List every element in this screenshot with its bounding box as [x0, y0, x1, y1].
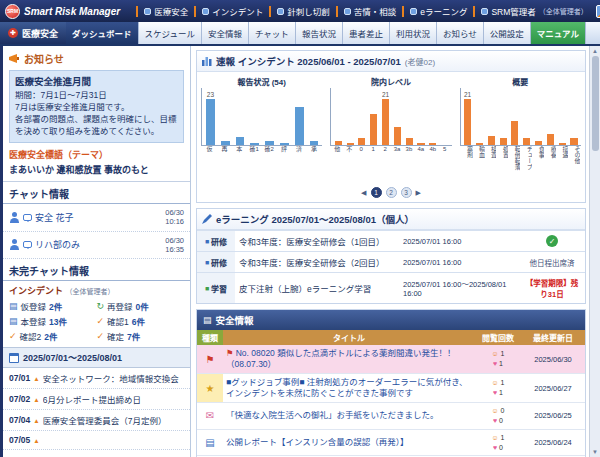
tab-patient-hold[interactable]: 患者差止 [343, 22, 390, 44]
chart-column [403, 88, 415, 145]
axis-label: 食事 [532, 146, 544, 184]
chat-user-name[interactable]: 安全 花子 [35, 211, 162, 224]
topbar: SRM Smart Risk Manager 医療安全インシデント針刺し切創苦情… [0, 0, 600, 22]
schedule-title[interactable]: 安全ネットワーク：地域情報交換会 [43, 372, 184, 384]
tab-usage[interactable]: 利用状況 [390, 22, 437, 44]
safety-info-link[interactable]: ■グッドジョブ事例■ 注射剤処方のオーダーエラーに気が付き、インシデントを未然に… [226, 377, 468, 398]
schedule-item: 07/05▲ [3, 431, 190, 450]
tab-manual[interactable]: マニュアル [531, 22, 586, 44]
chart-column [497, 88, 509, 145]
count-label: 再登録 [107, 300, 133, 312]
unfinished-count-item[interactable]: ▤仮登録2件 [9, 300, 97, 312]
top-menu-item-elearning[interactable]: eラーニング [410, 5, 467, 17]
flash-report-header: 速報 インシデント 2025/06/01 - 2025/07/01 (老健02) [197, 51, 585, 72]
pencil-icon [202, 214, 212, 224]
chat-item[interactable]: 安全 花子06/3010:16 [3, 204, 190, 232]
top-menu-item-complaint[interactable]: 苦情・相談 [344, 5, 397, 17]
bar-chart-icon [202, 56, 212, 66]
scroll-up-icon[interactable]: ▲ [592, 46, 598, 56]
scrollbar-thumb[interactable] [592, 56, 599, 151]
type-label: 研修 [211, 257, 227, 268]
chart-bar [310, 141, 319, 145]
chart-column [344, 88, 356, 145]
elearning-title: eラーニング 2025/07/01～2025/08/01（個人） [216, 212, 414, 226]
tab-chat[interactable]: チャット [249, 22, 296, 44]
chat-date: 06/30 [165, 208, 184, 217]
axis-label: 転倒転落 [508, 146, 520, 184]
safety-info-link[interactable]: No. 08020 類似した点滴ボトルによる薬剤間違い発生！！（08.07.30… [226, 348, 455, 369]
main-scrollbar[interactable]: ▲ ▼ [589, 46, 600, 457]
axis-label: 薬剤 [461, 146, 473, 184]
pager-next-icon[interactable]: ▶ [416, 189, 421, 197]
safety-info-link[interactable]: 公開レポート【インスリン含量の誤認（再発）】 [226, 437, 409, 447]
chart-bar [476, 143, 483, 145]
column-header: 最終更新日 [521, 330, 585, 345]
check-icon: ✓ [97, 332, 105, 341]
tab-schedule[interactable]: スケジュール [139, 22, 202, 44]
chart-bar [535, 141, 542, 145]
axis-label: 承 [306, 146, 321, 153]
notice-box: 医療安全推進月間 期間：7月1日～7月31日 7月は医療安全推進月間です。 各部… [9, 70, 184, 143]
chat-user-name[interactable]: リハ部のみ [35, 238, 162, 251]
category-icon: ■ [205, 285, 209, 292]
bar-value-label: 21 [382, 91, 389, 99]
elearning-table: ■研修令和3年度：医療安全研修会（1回目）2025/07/01 16:00✓■研… [197, 230, 585, 303]
safety-type-cell: ⚑ [197, 345, 223, 374]
schedule-title[interactable]: 医療安全管理委員会（7月定例） [43, 414, 184, 426]
status-text: 他日程出席済 [530, 259, 575, 268]
scroll-down-icon[interactable]: ▼ [592, 447, 598, 457]
elearning-title[interactable]: 皮下注射（上腕）eラーニング学習 [235, 273, 399, 304]
schedule-date: 07/01 [9, 373, 30, 383]
pager-page-1[interactable]: 1 [371, 187, 382, 198]
app-title: Smart Risk Manager [24, 6, 120, 17]
tab-dashboard[interactable]: ダッシュボード [66, 22, 139, 44]
pager-page-2[interactable]: 2 [386, 187, 397, 198]
tab-safety-info[interactable]: 安全情報 [202, 22, 249, 44]
unfinished-count-item[interactable]: ↻再登録0件 [97, 300, 185, 312]
chart-axis: 薬剤輸血検査処置転倒転落チューブ食事療養接遇その他 [460, 146, 581, 184]
elearning-row: ■学習皮下注射（上腕）eラーニング学習2025/07/01 16:00～2025… [197, 273, 585, 304]
person-icon [9, 239, 20, 250]
unfinished-count-item[interactable]: ▤本登録13件 [9, 315, 97, 327]
unfinished-count-item[interactable]: ✓確定7件 [97, 330, 185, 342]
person-icon [9, 212, 20, 223]
count-value: 2件 [44, 330, 57, 342]
top-menu-item-incident[interactable]: インシデント [202, 5, 263, 17]
heart-count-value: 0 [497, 417, 503, 424]
bar-value-label: 21 [464, 91, 471, 99]
view-counts-cell: ☺ 1♥ 1 [475, 374, 521, 403]
count-value: 2件 [49, 300, 62, 312]
axis-label: 0 [355, 146, 367, 153]
menu-item-icon [410, 8, 417, 15]
elearning-title[interactable]: 令和3年度：医療安全研修会（1回目） [235, 231, 399, 252]
elearning-title[interactable]: 令和3年度：医療安全研修会（2回目） [235, 252, 399, 273]
unfinished-count-item[interactable]: ✓確認16件 [97, 315, 185, 327]
chart-column [473, 88, 485, 145]
top-menu-item-srm-admin[interactable]: SRM管理者（全体管理者） [481, 5, 587, 17]
safety-info-link[interactable]: 「快適な入院生活への御礼」お手紙をいただきました。 [226, 410, 439, 420]
safety-title-cell: ■グッドジョブ事例■ 注射剤処方のオーダーエラーに気が付き、インシデントを未然に… [223, 374, 475, 403]
menu-item-icon [202, 8, 209, 15]
quick-menu-icon[interactable] [596, 5, 600, 18]
chat-time-value: 16:35 [165, 245, 184, 254]
schedule-title[interactable]: 6月分レポート提出締め日 [43, 393, 184, 405]
chart-column [544, 88, 556, 145]
chat-item[interactable]: リハ部のみ06/3016:35 [3, 232, 190, 260]
top-menu-item-needlestick[interactable]: 針刺し切創 [277, 5, 330, 17]
top-menu-item-medical-safety[interactable]: 医療安全 [144, 5, 188, 17]
tab-news[interactable]: お知らせ [437, 22, 484, 44]
smile-count-value: 0 [499, 407, 505, 414]
pager-prev-icon[interactable]: ◀ [361, 189, 366, 197]
heart-count: ♥ 0 [478, 443, 518, 453]
axis-label: 接遇 [556, 146, 568, 184]
tab-publish-settings[interactable]: 公開設定 [484, 22, 531, 44]
chart-column [233, 88, 248, 145]
menu-item-icon [344, 8, 351, 15]
count-label: 仮登録 [21, 300, 47, 312]
tab-report-status[interactable]: 報告状況 [296, 22, 343, 44]
view-counts-cell: ☺ 1♥ 0 [475, 429, 521, 456]
unfinished-count-item[interactable]: ✓確認22件 [9, 330, 97, 342]
pager-page-3[interactable]: 3 [401, 187, 412, 198]
type-chip: ■研修 [205, 257, 227, 268]
smiley-icon: ☺ [492, 350, 499, 357]
